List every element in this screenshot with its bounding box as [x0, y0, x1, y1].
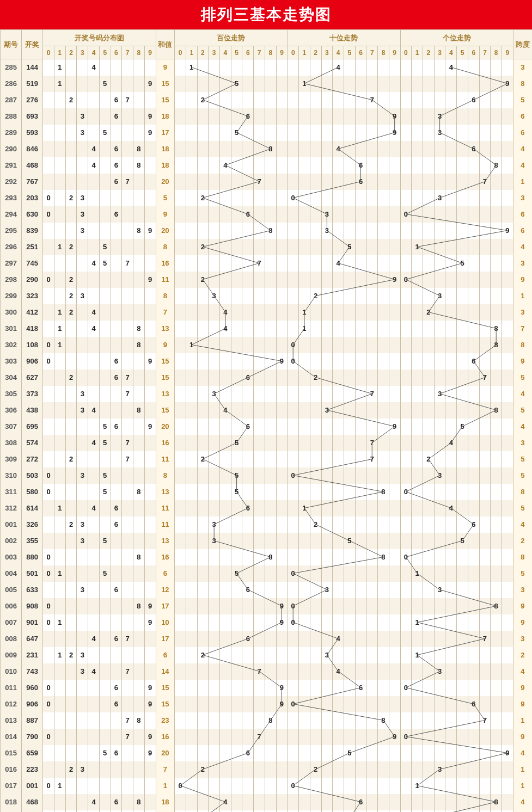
cell-span: 1 — [513, 761, 532, 778]
trend-cell-h — [209, 353, 220, 370]
trend-cell-o — [457, 304, 468, 321]
trend-cell-o — [423, 794, 435, 810]
trend-cell-h — [231, 533, 242, 549]
trend-cell-t: 3 — [321, 206, 333, 223]
trend-cell-h — [242, 272, 254, 288]
trend-cell-o — [479, 419, 491, 435]
trend-cell-t — [344, 304, 355, 321]
dist-cell: 1 — [54, 500, 66, 516]
cell-draw: 276 — [22, 92, 43, 108]
trend-cell-h — [220, 370, 231, 386]
dist-cell — [43, 516, 54, 533]
cell-draw: 580 — [22, 484, 43, 500]
dist-cell — [77, 272, 88, 288]
trend-cell-h — [197, 516, 209, 533]
trend-cell-h — [220, 255, 231, 272]
dist-cell — [122, 467, 133, 484]
trend-cell-h — [231, 549, 242, 565]
trend-cell-h — [265, 451, 276, 467]
trend-cell-o — [457, 712, 468, 729]
trend-cell-o — [457, 206, 468, 223]
dist-cell: 3 — [77, 663, 88, 680]
trend-cell-o — [479, 190, 491, 206]
dist-cell: 2 — [65, 516, 77, 533]
trend-cell-h — [197, 745, 209, 761]
trend-cell-h — [175, 614, 186, 631]
trend-cell-t — [310, 76, 321, 92]
dist-cell — [88, 190, 100, 206]
cell-sum: 14 — [156, 663, 175, 680]
trend-cell-h: 2 — [197, 647, 209, 663]
trend-cell-t — [355, 712, 366, 729]
dist-cell: 8 — [133, 549, 145, 565]
trend-cell-o — [479, 321, 491, 337]
dist-cell: 8 — [133, 337, 145, 353]
cell-sum: 15 — [156, 402, 175, 419]
trend-cell-t — [321, 516, 333, 533]
trend-cell-h — [197, 549, 209, 565]
trend-cell-t — [355, 255, 366, 272]
dist-cell — [133, 696, 145, 712]
trend-cell-o — [445, 565, 457, 582]
trend-cell-t — [288, 206, 299, 223]
trend-cell-h — [231, 288, 242, 304]
trend-cell-t — [288, 631, 299, 647]
trend-cell-t — [389, 778, 400, 794]
dist-cell — [65, 745, 77, 761]
trend-cell-h — [220, 810, 231, 813]
trend-cell-o — [479, 402, 491, 419]
dist-cell: 9 — [144, 76, 156, 92]
trend-cell-t: 4 — [333, 663, 344, 680]
trend-cell-h — [276, 419, 288, 435]
trend-cell-h — [220, 761, 231, 778]
dist-cell — [43, 435, 54, 451]
dist-cell — [99, 712, 111, 729]
trend-cell-o — [468, 810, 479, 813]
trend-cell-h: 4 — [220, 321, 231, 337]
trend-cell-h — [254, 582, 265, 598]
trend-cell-o — [491, 174, 502, 190]
trend-cell-h — [220, 549, 231, 565]
dist-cell — [111, 729, 122, 745]
trend-cell-o — [479, 451, 491, 467]
trend-cell-o — [445, 321, 457, 337]
trend-cell-h — [175, 712, 186, 729]
trend-cell-h: 5 — [231, 467, 242, 484]
trend-cell-h — [175, 223, 186, 239]
trend-cell-t — [299, 761, 310, 778]
trend-cell-h — [197, 696, 209, 712]
table-row: 312614146116145 — [1, 500, 533, 516]
trend-cell-t: 6 — [355, 680, 366, 696]
trend-cell-t — [389, 402, 400, 419]
cell-sum: 18 — [156, 141, 175, 157]
trend-cell-o — [423, 108, 435, 125]
trend-cell-t — [355, 729, 366, 745]
trend-cell-h — [186, 321, 197, 337]
trend-cell-o — [502, 680, 513, 696]
trend-cell-t — [310, 337, 321, 353]
trend-cell-h — [186, 288, 197, 304]
trend-cell-o — [400, 663, 412, 680]
trend-cell-o: 1 — [412, 239, 423, 255]
dist-cell — [65, 141, 77, 157]
trend-cell-h — [175, 402, 186, 419]
cell-issue: 011 — [1, 680, 22, 696]
cell-span: 5 — [513, 92, 532, 108]
trend-cell-o: 8 — [491, 598, 502, 614]
trend-cell-t — [310, 125, 321, 141]
dist-cell — [144, 370, 156, 386]
trend-cell-o — [434, 59, 445, 76]
dist-cell — [54, 663, 66, 680]
dist-cell — [54, 549, 66, 565]
trend-cell-o — [400, 419, 412, 435]
trend-cell-h — [197, 59, 209, 76]
dist-cell: 2 — [65, 272, 77, 288]
trend-cell-t — [333, 419, 344, 435]
trend-cell-h: 3 — [209, 386, 220, 402]
trend-cell-h: 8 — [265, 223, 276, 239]
trend-cell-h — [220, 451, 231, 467]
trend-cell-h — [220, 582, 231, 598]
dist-cell: 2 — [65, 239, 77, 255]
trend-cell-h — [265, 745, 276, 761]
trend-cell-t — [288, 500, 299, 516]
